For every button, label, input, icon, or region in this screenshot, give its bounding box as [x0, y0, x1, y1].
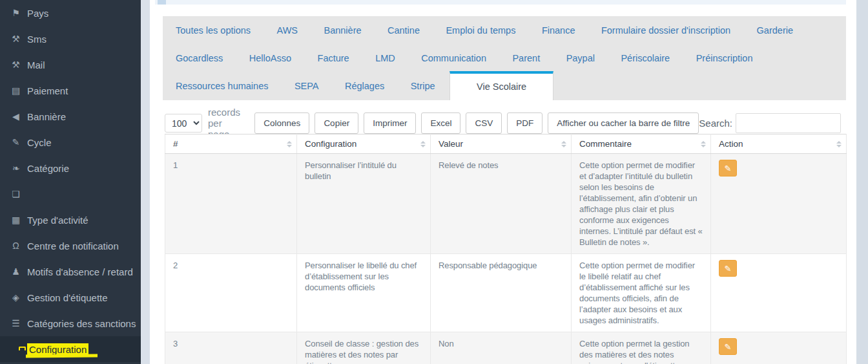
tab-facture[interactable]: Facture	[306, 45, 361, 72]
sidebar-item-label: Paiement	[27, 85, 68, 96]
wrench-icon: ⚒	[11, 59, 21, 70]
tab-banniere[interactable]: Bannière	[312, 17, 373, 45]
edit-button[interactable]: ✎	[719, 338, 737, 355]
tag-icon: ◈	[11, 292, 21, 303]
tab-content-vie-scolaire: 100 records per page Colonnes Copier Imp…	[150, 100, 856, 364]
tab-paypal[interactable]: Paypal	[555, 45, 606, 72]
tab-stripe[interactable]: Stripe	[399, 72, 447, 100]
tabs-row-1: Toutes les options AWS Bannière Cantine …	[163, 16, 846, 44]
bell-icon: Ω	[11, 241, 21, 251]
edit-icon: ✎	[11, 137, 21, 147]
column-header-action[interactable]: Action	[711, 134, 847, 154]
configuration-tabs-panel: Toutes les options AWS Bannière Cantine …	[163, 16, 846, 100]
table-row: 2 Personnaliser le libellé du chef d’éta…	[165, 254, 847, 332]
sidebar-item-sms[interactable]: ⚒ Sms	[0, 26, 141, 52]
sidebar-item-categorie[interactable]: ❧ Catégorie	[0, 155, 141, 181]
tab-vie-scolaire-active[interactable]: Vie Scolaire	[450, 71, 553, 103]
tab-cantine[interactable]: Cantine	[376, 17, 431, 45]
cell-num: 3	[165, 332, 297, 364]
colonnes-button[interactable]: Colonnes	[254, 112, 309, 134]
sort-icon	[287, 141, 292, 147]
sidebar-item-label: Gestion d'étiquette	[27, 292, 108, 303]
cell-action: ✎	[711, 254, 847, 332]
search-label: Search:	[699, 118, 732, 129]
sidebar-gutter	[141, 0, 150, 364]
sidebar-item-type-activite[interactable]: ▦ Type d'activité	[0, 207, 141, 233]
sidebar-item-cycle[interactable]: ✎ Cycle	[0, 129, 141, 155]
tab-gocardless[interactable]: Gocardless	[164, 45, 234, 72]
tab-lmd[interactable]: LMD	[364, 45, 407, 72]
sidebar-item-blank[interactable]: ❏	[0, 181, 141, 207]
sidebar-item-banniere[interactable]: ◀ Bannière	[0, 103, 141, 129]
edit-pencil-icon: ✎	[725, 164, 732, 173]
excel-button[interactable]: Excel	[421, 112, 460, 134]
tab-toutes-les-options[interactable]: Toutes les options	[164, 17, 262, 45]
toggle-filter-bar-button[interactable]: Afficher ou cacher la barre de filtre	[548, 112, 699, 134]
leaf-icon: ❧	[11, 163, 21, 173]
sidebar-item-label: Catégorie	[27, 163, 69, 174]
sidebar-item-configuration[interactable]: Configuration	[0, 336, 141, 362]
cell-valeur: Responsable pédagogique	[431, 254, 572, 332]
page-size-select[interactable]: 100	[165, 114, 202, 133]
tab-ressources-humaines[interactable]: Ressources humaines	[164, 72, 280, 100]
sidebar-item-label: Pays	[27, 8, 48, 19]
sidebar-item-label: Bannière	[27, 111, 66, 122]
column-header-valeur[interactable]: Valeur	[431, 134, 572, 154]
sidebar-item-label-highlighted: Configuration	[27, 343, 88, 356]
sort-icon	[420, 141, 426, 147]
list-icon: ☰	[11, 318, 21, 328]
sidebar-item-gestion-etiquette[interactable]: ◈ Gestion d'étiquette	[0, 284, 141, 310]
tab-garderie[interactable]: Garderie	[745, 17, 805, 45]
copier-button[interactable]: Copier	[315, 112, 358, 134]
sidebar-item-mail[interactable]: ⚒ Mail	[0, 52, 141, 78]
sidebar-item-categories-sanctions[interactable]: ☰ Catégories des sanctions	[0, 310, 141, 336]
tab-emploi-du-temps[interactable]: Emploi du temps	[434, 17, 527, 45]
edit-button[interactable]: ✎	[719, 160, 737, 177]
tab-formulaire-dossier-inscription[interactable]: Formulaire dossier d'inscription	[590, 17, 742, 45]
search-input[interactable]	[736, 113, 841, 133]
horizontal-scrollbar-track	[155, 0, 846, 5]
edit-button[interactable]: ✎	[719, 260, 737, 277]
sidebar-item-label: Centre de notification	[27, 241, 119, 252]
cell-action: ✎	[711, 332, 847, 364]
sidebar-item-label: Catégories des sanctions	[27, 318, 136, 329]
column-header-commentaire[interactable]: Commentaire	[572, 134, 711, 154]
sidebar: ⚑ Pays ⚒ Sms ⚒ Mail ▤ Paiement ◀ Bannièr…	[0, 0, 141, 364]
tab-helloasso[interactable]: HelloAsso	[238, 45, 303, 72]
sidebar-item-label: Sms	[27, 34, 46, 45]
page-scrollbar[interactable]	[856, 0, 868, 364]
sidebar-item-paiement[interactable]: ▤ Paiement	[0, 78, 141, 103]
cell-valeur: Non	[431, 332, 572, 364]
tab-communication[interactable]: Communication	[409, 45, 498, 72]
tab-parent[interactable]: Parent	[501, 45, 552, 72]
cell-configuration: Personnaliser le libellé du chef d’établ…	[297, 254, 431, 332]
sidebar-item-label: Mail	[27, 59, 45, 70]
sidebar-item-motifs-absence[interactable]: ♟ Motifs d'absence / retard	[0, 259, 141, 284]
tab-reglages[interactable]: Réglages	[333, 72, 396, 100]
cell-configuration: Conseil de classe : gestion des matières…	[297, 332, 431, 364]
tab-periscolaire[interactable]: Périscolaire	[609, 45, 681, 72]
cell-commentaire: Cette option permet la gestion des matiè…	[572, 332, 711, 364]
sidebar-item-label: Cycle	[27, 137, 52, 148]
sidebar-item-label: Type d'activité	[27, 215, 88, 226]
grid-icon: ▦	[11, 215, 21, 225]
imprimer-button[interactable]: Imprimer	[364, 112, 416, 134]
tabs-row-3: Ressources humaines SEPA Réglages Stripe…	[163, 72, 846, 100]
csv-button[interactable]: CSV	[466, 112, 502, 134]
tab-finance[interactable]: Finance	[530, 17, 587, 45]
table-row: 3 Conseil de classe : gestion des matièr…	[165, 332, 847, 364]
horizontal-scrollbar-thumb[interactable]	[158, 0, 166, 5]
tab-sepa[interactable]: SEPA	[283, 72, 331, 100]
file-icon: ❏	[11, 189, 21, 199]
pdf-button[interactable]: PDF	[507, 112, 542, 134]
cell-valeur: Relevé de notes	[431, 154, 572, 254]
cell-commentaire: Cette option permet de modifier et d’ada…	[572, 154, 711, 254]
tab-aws[interactable]: AWS	[265, 17, 310, 45]
tab-preinscription[interactable]: Préinscription	[685, 45, 765, 72]
column-header-configuration[interactable]: Configuration	[297, 134, 431, 154]
sidebar-item-pays[interactable]: ⚑ Pays	[0, 0, 141, 26]
search-area: Search:	[699, 113, 841, 133]
sidebar-item-centre-notification[interactable]: Ω Centre de notification	[0, 233, 141, 259]
sort-icon	[561, 141, 566, 147]
column-header-num[interactable]: #	[165, 134, 297, 154]
